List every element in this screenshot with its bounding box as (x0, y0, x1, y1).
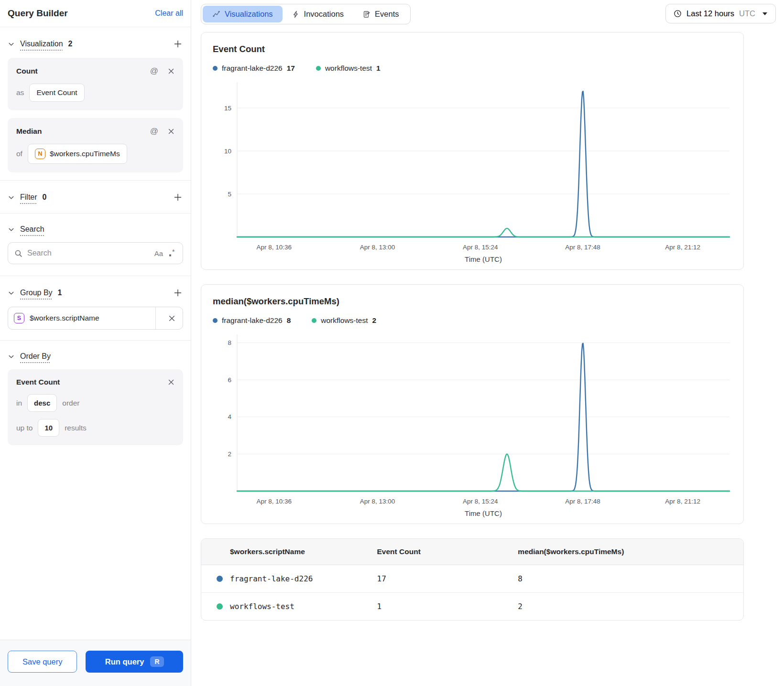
group-by-field-row[interactable]: S $workers.scriptName (8, 307, 183, 330)
series-name: fragrant-lake-d226 (222, 316, 283, 325)
results-table: $workers.scriptName Event Count median($… (201, 539, 743, 620)
median-field-chip[interactable]: N $workers.cpuTimeMs (28, 144, 127, 164)
at-sign-icon[interactable]: @ (150, 66, 158, 76)
section-search-label: Search (20, 225, 44, 234)
svg-text:Time (UTC): Time (UTC) (465, 255, 502, 263)
chart-title: median($workers.cpuTimeMs) (213, 296, 732, 307)
run-query-label: Run query (105, 657, 144, 666)
series-dot (217, 576, 223, 582)
median-cpu-chart: 2468Apr 8, 10:36Apr 8, 13:00Apr 8, 15:24… (213, 327, 732, 520)
sidebar-body: Visualization 2 Count @ as Event Count (0, 27, 191, 640)
svg-text:Apr 8, 13:00: Apr 8, 13:00 (360, 498, 395, 505)
event-count-alias-chip[interactable]: Event Count (29, 84, 84, 102)
event-count-cell: 17 (370, 565, 511, 593)
as-label: as (16, 88, 24, 97)
chevron-down-icon[interactable] (8, 226, 15, 233)
legend-item[interactable]: workflows-test 2 (312, 316, 376, 325)
regex-icon[interactable]: * (168, 249, 176, 257)
chevron-down-icon[interactable] (8, 41, 15, 48)
tab-visualizations[interactable]: Visualizations (203, 6, 283, 22)
svg-text:Apr 8, 15:24: Apr 8, 15:24 (463, 498, 498, 505)
chevron-down-icon[interactable] (8, 289, 15, 297)
legend-item[interactable]: fragrant-lake-d226 8 (213, 316, 291, 325)
svg-text:Apr 8, 10:36: Apr 8, 10:36 (256, 498, 292, 505)
series-dot (312, 318, 316, 323)
page-title: Query Builder (8, 8, 68, 19)
table-header-row: $workers.scriptName Event Count median($… (201, 539, 743, 565)
tab-events[interactable]: Events (353, 6, 408, 22)
series-name: workflows-test (321, 316, 368, 325)
column-header-script-name: $workers.scriptName (201, 539, 370, 565)
svg-text:Apr 8, 21:12: Apr 8, 21:12 (665, 498, 700, 505)
visualization-card-median: Median @ of N $workers.cpuTimeMs (8, 118, 183, 172)
result-limit-input[interactable]: 10 (38, 419, 59, 437)
legend-item[interactable]: fragrant-lake-d226 17 (213, 64, 295, 73)
search-input[interactable] (27, 249, 150, 257)
search-icon (14, 249, 22, 257)
topbar: Visualizations Invocations Events Last 1… (201, 4, 776, 24)
tab-invocations-label: Invocations (304, 10, 344, 19)
chevron-down-icon[interactable] (8, 353, 15, 360)
remove-group-by-button[interactable] (161, 307, 183, 329)
table-row: workflows-test 1 2 (201, 593, 743, 621)
event-count-cell: 1 (370, 593, 511, 621)
svg-text:Time (UTC): Time (UTC) (465, 509, 502, 517)
svg-text:*: * (172, 249, 175, 256)
time-range-select[interactable]: Last 12 hours UTC (665, 4, 776, 23)
chart-title: Event Count (213, 44, 732, 54)
add-filter-button[interactable] (173, 192, 183, 203)
results-label: results (65, 424, 87, 432)
section-filter-header: Filter 0 (8, 181, 183, 210)
svg-text:Apr 8, 15:24: Apr 8, 15:24 (463, 244, 498, 251)
svg-text:4: 4 (228, 413, 231, 420)
series-total: 17 (287, 64, 295, 73)
sidebar-footer: Save query Run query R (0, 640, 191, 686)
search-box: Aa * (8, 242, 183, 264)
tab-visualizations-label: Visualizations (225, 10, 273, 19)
filter-count: 0 (43, 193, 47, 202)
lightning-bolt-icon (292, 11, 300, 18)
save-query-button[interactable]: Save query (8, 651, 77, 673)
svg-text:Apr 8, 10:36: Apr 8, 10:36 (256, 244, 292, 251)
section-group-by-header: Group By 1 (8, 276, 183, 306)
visualization-card-title: Median (16, 127, 42, 136)
add-group-by-button[interactable] (173, 288, 183, 298)
order-direction-select[interactable]: desc (27, 394, 57, 412)
svg-text:Apr 8, 17:48: Apr 8, 17:48 (565, 244, 600, 251)
median-cell: 2 (510, 593, 743, 621)
chevron-down-icon[interactable] (8, 194, 15, 201)
series-dot (213, 66, 218, 71)
svg-text:Apr 8, 21:12: Apr 8, 21:12 (665, 244, 700, 251)
svg-text:Apr 8, 13:00: Apr 8, 13:00 (360, 244, 395, 251)
tab-events-label: Events (375, 10, 399, 19)
main-content: Visualizations Invocations Events Last 1… (191, 0, 784, 686)
line-chart-icon (212, 10, 220, 18)
match-case-icon[interactable]: Aa (154, 249, 163, 257)
add-visualization-button[interactable] (173, 39, 183, 49)
run-query-button[interactable]: Run query R (86, 651, 183, 673)
event-count-chart: 51015Apr 8, 10:36Apr 8, 13:00Apr 8, 15:2… (213, 75, 732, 266)
visualization-card-count: Count @ as Event Count (8, 58, 183, 110)
series-total: 8 (287, 316, 291, 325)
event-count-chart-card: Event Count fragrant-lake-d226 17 workfl… (201, 32, 744, 270)
svg-text:8: 8 (228, 339, 231, 346)
visualization-count: 2 (68, 40, 73, 48)
divider (155, 307, 156, 329)
median-field-value: $workers.cpuTimeMs (50, 150, 120, 158)
tab-invocations[interactable]: Invocations (283, 6, 353, 22)
remove-visualization-button[interactable] (168, 128, 174, 135)
svg-text:Apr 8, 17:48: Apr 8, 17:48 (565, 498, 600, 505)
section-group-by-label: Group By (20, 289, 53, 297)
legend-item[interactable]: workflows-test 1 (316, 64, 381, 73)
clear-all-button[interactable]: Clear all (155, 9, 183, 18)
script-name: fragrant-lake-d226 (230, 574, 313, 583)
at-sign-icon[interactable]: @ (150, 127, 158, 136)
column-header-event-count: Event Count (370, 539, 511, 565)
order-by-field: Event Count (16, 378, 60, 386)
remove-order-by-button[interactable] (168, 379, 174, 386)
remove-visualization-button[interactable] (168, 68, 174, 75)
of-label: of (16, 150, 22, 158)
script-name-cell: fragrant-lake-d226 (201, 565, 370, 593)
view-tabs: Visualizations Invocations Events (201, 4, 411, 24)
section-order-by-header: Order By (8, 341, 183, 368)
